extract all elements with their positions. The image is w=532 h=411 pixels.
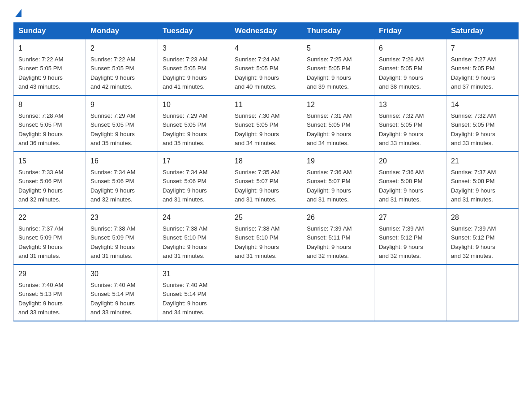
day-info: Sunrise: 7:32 AMSunset: 5:05 PMDaylight:…	[451, 112, 496, 146]
calendar-week-4: 22Sunrise: 7:37 AMSunset: 5:09 PMDayligh…	[14, 208, 519, 265]
day-info: Sunrise: 7:28 AMSunset: 5:05 PMDaylight:…	[18, 112, 63, 146]
header-monday: Monday	[86, 23, 158, 39]
calendar-cell: 20Sunrise: 7:36 AMSunset: 5:08 PMDayligh…	[374, 152, 446, 208]
calendar-cell: 31Sunrise: 7:40 AMSunset: 5:14 PMDayligh…	[158, 265, 230, 321]
day-info: Sunrise: 7:39 AMSunset: 5:12 PMDaylight:…	[451, 225, 496, 259]
day-info: Sunrise: 7:32 AMSunset: 5:05 PMDaylight:…	[379, 112, 424, 146]
calendar-cell: 29Sunrise: 7:40 AMSunset: 5:13 PMDayligh…	[14, 265, 86, 321]
calendar-cell: 25Sunrise: 7:38 AMSunset: 5:10 PMDayligh…	[230, 208, 302, 265]
calendar-cell: 1Sunrise: 7:22 AMSunset: 5:05 PMDaylight…	[14, 39, 86, 96]
day-info: Sunrise: 7:29 AMSunset: 5:05 PMDaylight:…	[90, 112, 135, 146]
day-number: 17	[163, 156, 225, 167]
day-number: 14	[451, 99, 514, 110]
day-number: 3	[163, 43, 225, 54]
day-number: 2	[90, 43, 153, 54]
day-info: Sunrise: 7:38 AMSunset: 5:10 PMDaylight:…	[163, 225, 207, 259]
day-number: 30	[90, 269, 153, 279]
day-info: Sunrise: 7:36 AMSunset: 5:07 PMDaylight:…	[307, 169, 352, 203]
calendar-cell: 23Sunrise: 7:38 AMSunset: 5:09 PMDayligh…	[86, 208, 158, 265]
calendar-cell: 10Sunrise: 7:29 AMSunset: 5:05 PMDayligh…	[158, 95, 230, 152]
calendar-cell	[230, 265, 302, 321]
day-info: Sunrise: 7:35 AMSunset: 5:07 PMDaylight:…	[235, 169, 279, 203]
day-info: Sunrise: 7:22 AMSunset: 5:05 PMDaylight:…	[18, 56, 63, 90]
day-number: 10	[163, 99, 225, 110]
header-wednesday: Wednesday	[230, 23, 302, 39]
calendar-week-2: 8Sunrise: 7:28 AMSunset: 5:05 PMDaylight…	[14, 95, 519, 152]
day-info: Sunrise: 7:23 AMSunset: 5:05 PMDaylight:…	[163, 56, 207, 90]
calendar-cell: 16Sunrise: 7:34 AMSunset: 5:06 PMDayligh…	[86, 152, 158, 208]
day-info: Sunrise: 7:37 AMSunset: 5:08 PMDaylight:…	[451, 169, 496, 203]
logo-triangle-icon	[15, 9, 21, 17]
day-info: Sunrise: 7:38 AMSunset: 5:10 PMDaylight:…	[235, 225, 279, 259]
day-number: 16	[90, 156, 153, 167]
day-number: 7	[451, 43, 514, 54]
calendar-cell: 27Sunrise: 7:39 AMSunset: 5:12 PMDayligh…	[374, 208, 446, 265]
day-number: 4	[235, 43, 297, 54]
calendar-cell	[374, 265, 446, 321]
calendar-cell: 9Sunrise: 7:29 AMSunset: 5:05 PMDaylight…	[86, 95, 158, 152]
day-number: 25	[235, 212, 297, 223]
day-number: 15	[18, 156, 81, 167]
calendar-cell: 30Sunrise: 7:40 AMSunset: 5:14 PMDayligh…	[86, 265, 158, 321]
day-number: 18	[235, 156, 297, 167]
calendar-cell: 11Sunrise: 7:30 AMSunset: 5:05 PMDayligh…	[230, 95, 302, 152]
calendar-cell: 5Sunrise: 7:25 AMSunset: 5:05 PMDaylight…	[302, 39, 374, 96]
day-number: 22	[18, 212, 81, 223]
day-number: 5	[307, 43, 369, 54]
logo-blue-box	[14, 9, 21, 17]
day-number: 19	[307, 156, 369, 167]
calendar-cell: 15Sunrise: 7:33 AMSunset: 5:06 PMDayligh…	[14, 152, 86, 208]
calendar-header: SundayMondayTuesdayWednesdayThursdayFrid…	[14, 23, 519, 39]
calendar-cell: 2Sunrise: 7:22 AMSunset: 5:05 PMDaylight…	[86, 39, 158, 96]
day-info: Sunrise: 7:39 AMSunset: 5:11 PMDaylight:…	[307, 225, 352, 259]
header-thursday: Thursday	[302, 23, 374, 39]
day-number: 6	[379, 43, 442, 54]
calendar-cell: 22Sunrise: 7:37 AMSunset: 5:09 PMDayligh…	[14, 208, 86, 265]
header	[13, 9, 519, 14]
day-info: Sunrise: 7:29 AMSunset: 5:05 PMDaylight:…	[163, 112, 207, 146]
calendar-cell	[302, 265, 374, 321]
calendar-week-5: 29Sunrise: 7:40 AMSunset: 5:13 PMDayligh…	[14, 265, 519, 321]
day-number: 20	[379, 156, 442, 167]
day-info: Sunrise: 7:40 AMSunset: 5:13 PMDaylight:…	[18, 282, 63, 316]
day-number: 12	[307, 99, 369, 110]
day-info: Sunrise: 7:33 AMSunset: 5:06 PMDaylight:…	[18, 169, 63, 203]
day-info: Sunrise: 7:27 AMSunset: 5:05 PMDaylight:…	[451, 56, 496, 90]
calendar-cell: 17Sunrise: 7:34 AMSunset: 5:06 PMDayligh…	[158, 152, 230, 208]
calendar-cell: 6Sunrise: 7:26 AMSunset: 5:05 PMDaylight…	[374, 39, 446, 96]
day-info: Sunrise: 7:26 AMSunset: 5:05 PMDaylight:…	[379, 56, 424, 90]
day-number: 11	[235, 99, 297, 110]
header-row: SundayMondayTuesdayWednesdayThursdayFrid…	[14, 23, 519, 39]
calendar-cell: 28Sunrise: 7:39 AMSunset: 5:12 PMDayligh…	[446, 208, 519, 265]
day-number: 21	[451, 156, 514, 167]
day-info: Sunrise: 7:39 AMSunset: 5:12 PMDaylight:…	[379, 225, 424, 259]
day-number: 26	[307, 212, 369, 223]
calendar-cell: 14Sunrise: 7:32 AMSunset: 5:05 PMDayligh…	[446, 95, 519, 152]
calendar-cell: 4Sunrise: 7:24 AMSunset: 5:05 PMDaylight…	[230, 39, 302, 96]
day-info: Sunrise: 7:34 AMSunset: 5:06 PMDaylight:…	[90, 169, 135, 203]
calendar-body: 1Sunrise: 7:22 AMSunset: 5:05 PMDaylight…	[14, 39, 519, 321]
day-number: 8	[18, 99, 81, 110]
calendar-cell: 18Sunrise: 7:35 AMSunset: 5:07 PMDayligh…	[230, 152, 302, 208]
day-number: 28	[451, 212, 514, 223]
day-info: Sunrise: 7:36 AMSunset: 5:08 PMDaylight:…	[379, 169, 424, 203]
day-info: Sunrise: 7:31 AMSunset: 5:05 PMDaylight:…	[307, 112, 352, 146]
calendar-table: SundayMondayTuesdayWednesdayThursdayFrid…	[13, 22, 519, 321]
day-info: Sunrise: 7:30 AMSunset: 5:05 PMDaylight:…	[235, 112, 279, 146]
day-number: 1	[18, 43, 81, 54]
day-info: Sunrise: 7:25 AMSunset: 5:05 PMDaylight:…	[307, 56, 352, 90]
calendar-cell: 13Sunrise: 7:32 AMSunset: 5:05 PMDayligh…	[374, 95, 446, 152]
day-info: Sunrise: 7:37 AMSunset: 5:09 PMDaylight:…	[18, 225, 63, 259]
day-number: 24	[163, 212, 225, 223]
calendar-cell: 19Sunrise: 7:36 AMSunset: 5:07 PMDayligh…	[302, 152, 374, 208]
day-number: 31	[163, 269, 225, 279]
day-info: Sunrise: 7:24 AMSunset: 5:05 PMDaylight:…	[235, 56, 279, 90]
calendar-week-1: 1Sunrise: 7:22 AMSunset: 5:05 PMDaylight…	[14, 39, 519, 96]
day-number: 29	[18, 269, 81, 279]
calendar-cell	[446, 265, 519, 321]
calendar-cell: 21Sunrise: 7:37 AMSunset: 5:08 PMDayligh…	[446, 152, 519, 208]
calendar-cell: 8Sunrise: 7:28 AMSunset: 5:05 PMDaylight…	[14, 95, 86, 152]
calendar-week-3: 15Sunrise: 7:33 AMSunset: 5:06 PMDayligh…	[14, 152, 519, 208]
calendar-cell: 12Sunrise: 7:31 AMSunset: 5:05 PMDayligh…	[302, 95, 374, 152]
day-info: Sunrise: 7:40 AMSunset: 5:14 PMDaylight:…	[90, 282, 135, 316]
